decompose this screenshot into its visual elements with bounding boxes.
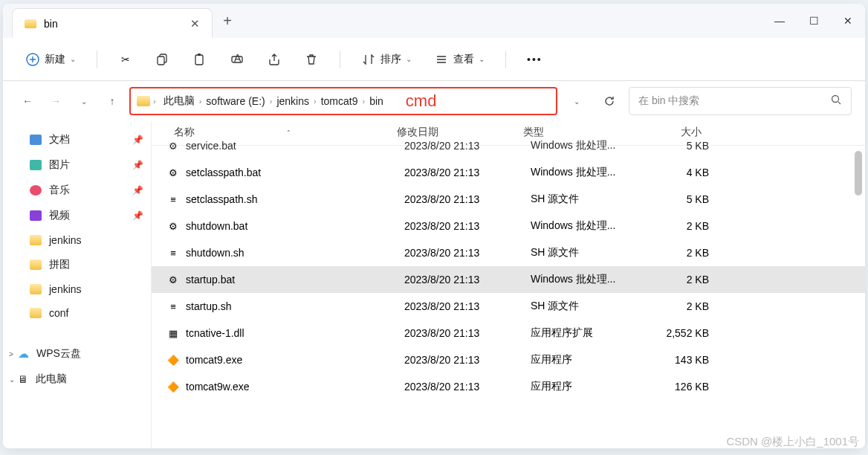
- file-type: Windows 批处理...: [531, 273, 650, 286]
- sidebar-item[interactable]: 拼图: [3, 252, 151, 277]
- up-button[interactable]: ↑: [101, 90, 123, 112]
- svg-rect-3: [195, 55, 203, 65]
- file-icon: ▦: [166, 326, 180, 340]
- sidebar-item[interactable]: 文档📌: [3, 127, 151, 152]
- file-date: 2023/8/20 21:13: [404, 274, 531, 285]
- file-size: 5 KB: [650, 193, 716, 205]
- cut-button[interactable]: ✂: [111, 48, 140, 71]
- sidebar-item[interactable]: conf: [3, 301, 151, 325]
- more-button[interactable]: •••: [519, 49, 550, 70]
- sidebar-item[interactable]: ⌄🖥此电脑: [3, 367, 151, 392]
- address-dropdown[interactable]: ⌄: [563, 88, 590, 114]
- pc-icon: 🖥: [18, 373, 28, 385]
- file-type: 应用程序: [531, 380, 650, 393]
- file-row[interactable]: ⚙setclasspath.bat2023/8/20 21:13Windows …: [152, 159, 865, 186]
- breadcrumb-item[interactable]: bin: [365, 93, 388, 109]
- share-button[interactable]: [259, 48, 289, 71]
- delete-button[interactable]: [297, 48, 326, 71]
- tab-close-icon[interactable]: ✕: [190, 17, 200, 30]
- sidebar-item[interactable]: 视频📌: [3, 203, 151, 228]
- sidebar-item[interactable]: >☁WPS云盘: [3, 341, 151, 367]
- refresh-button[interactable]: [596, 88, 623, 114]
- paste-icon: [192, 52, 207, 67]
- sidebar-item-icon: [30, 160, 42, 170]
- svg-rect-4: [198, 54, 201, 56]
- svg-point-7: [832, 96, 839, 103]
- expand-icon[interactable]: ⌄: [9, 375, 15, 384]
- minimize-button[interactable]: —: [762, 4, 797, 38]
- breadcrumb-item[interactable]: jenkins: [272, 93, 314, 109]
- expand-icon[interactable]: >: [9, 350, 13, 358]
- sidebar-item[interactable]: jenkins: [3, 228, 151, 252]
- body: 文档📌图片📌音乐📌视频📌jenkins拼图jenkinsconf >☁WPS云盘…: [3, 121, 865, 448]
- tab-bin[interactable]: bin ✕: [12, 8, 213, 38]
- file-row[interactable]: 🔶tomcat9w.exe2023/8/20 21:13应用程序126 KB: [152, 373, 865, 400]
- new-label: 新建: [45, 53, 65, 66]
- sort-button[interactable]: 排序 ⌄: [354, 48, 419, 71]
- breadcrumb-item[interactable]: tomcat9: [317, 93, 363, 109]
- paste-button[interactable]: [185, 48, 215, 71]
- maximize-button[interactable]: ☐: [797, 4, 831, 38]
- sidebar-item[interactable]: jenkins: [3, 277, 151, 301]
- sidebar-item[interactable]: 音乐📌: [3, 178, 151, 203]
- new-tab-button[interactable]: +: [213, 4, 242, 38]
- sidebar-item-icon: [30, 185, 42, 196]
- file-icon: ≡: [166, 193, 180, 206]
- sidebar-item-label: jenkins: [49, 283, 82, 295]
- file-row[interactable]: ≡shutdown.sh2023/8/20 21:13SH 源文件2 KB: [152, 239, 865, 266]
- chevron-down-icon: ⌄: [70, 55, 76, 63]
- file-row[interactable]: ⚙shutdown.bat2023/8/20 21:13Windows 批处理.…: [152, 213, 865, 239]
- forward-button[interactable]: →: [45, 90, 67, 112]
- file-size: 2 KB: [650, 220, 716, 232]
- trash-icon: [304, 52, 319, 67]
- sort-label: 排序: [380, 53, 401, 66]
- cmd-annotation: cmd: [406, 91, 437, 111]
- file-row[interactable]: ≡setclasspath.sh2023/8/20 21:13SH 源文件5 K…: [152, 186, 865, 213]
- new-button[interactable]: 新建 ⌄: [18, 48, 83, 71]
- file-name: tomcat9.exe: [186, 354, 242, 366]
- plus-circle-icon: [25, 52, 40, 67]
- sidebar: 文档📌图片📌音乐📌视频📌jenkins拼图jenkinsconf >☁WPS云盘…: [3, 121, 152, 448]
- file-row[interactable]: ⚙startup.bat2023/8/20 21:13Windows 批处理..…: [152, 266, 865, 293]
- navigation-row: ← → ⌄ ↑ › 此电脑›software (E:)›jenkins›tomc…: [3, 81, 865, 121]
- sidebar-item-label: WPS云盘: [36, 347, 81, 361]
- file-row[interactable]: 🔶tomcat9.exe2023/8/20 21:13应用程序143 KB: [152, 346, 865, 373]
- pin-icon: 📌: [132, 135, 143, 145]
- ellipsis-icon: •••: [527, 54, 542, 65]
- file-type: 应用程序扩展: [531, 326, 650, 340]
- close-button[interactable]: ✕: [831, 4, 865, 38]
- breadcrumb-item[interactable]: 此电脑: [159, 92, 199, 110]
- svg-rect-2: [158, 57, 164, 65]
- file-name: service.bat: [186, 140, 236, 152]
- back-button[interactable]: ←: [16, 90, 39, 112]
- view-button[interactable]: 查看 ⌄: [427, 48, 492, 71]
- file-size: 5 KB: [650, 140, 716, 152]
- search-box[interactable]: 在 bin 中搜索: [629, 87, 852, 115]
- file-type: Windows 批处理...: [531, 166, 650, 179]
- file-name: tcnative-1.dll: [186, 327, 244, 339]
- chevron-down-icon: ⌄: [406, 55, 412, 63]
- file-row[interactable]: ⚙service.bat2023/8/20 21:13Windows 批处理..…: [152, 132, 865, 159]
- search-placeholder: 在 bin 中搜索: [638, 94, 831, 108]
- copy-button[interactable]: [148, 48, 178, 71]
- address-bar[interactable]: › 此电脑›software (E:)›jenkins›tomcat9›bin …: [129, 87, 557, 115]
- folder-icon: [137, 96, 150, 106]
- file-type: SH 源文件: [531, 300, 650, 313]
- file-row[interactable]: ≡startup.sh2023/8/20 21:13SH 源文件2 KB: [152, 293, 865, 320]
- file-date: 2023/8/20 21:13: [404, 354, 531, 366]
- titlebar: bin ✕ + — ☐ ✕: [3, 4, 865, 38]
- sidebar-item-icon: [30, 235, 42, 245]
- scrollbar[interactable]: [855, 151, 862, 196]
- file-size: 2 KB: [650, 274, 716, 285]
- file-row[interactable]: ▦tcnative-1.dll2023/8/20 21:13应用程序扩展2,55…: [152, 320, 865, 346]
- sidebar-item[interactable]: 图片📌: [3, 152, 151, 178]
- rename-button[interactable]: A: [222, 48, 252, 71]
- file-type: SH 源文件: [531, 246, 650, 259]
- share-icon: [267, 52, 282, 67]
- breadcrumb-item[interactable]: software (E:): [201, 93, 269, 109]
- file-name: setclasspath.sh: [186, 193, 258, 205]
- file-icon: ⚙: [166, 139, 180, 152]
- recent-button[interactable]: ⌄: [73, 90, 95, 112]
- sidebar-item-icon: [30, 308, 42, 318]
- sidebar-item-label: 音乐: [49, 184, 70, 197]
